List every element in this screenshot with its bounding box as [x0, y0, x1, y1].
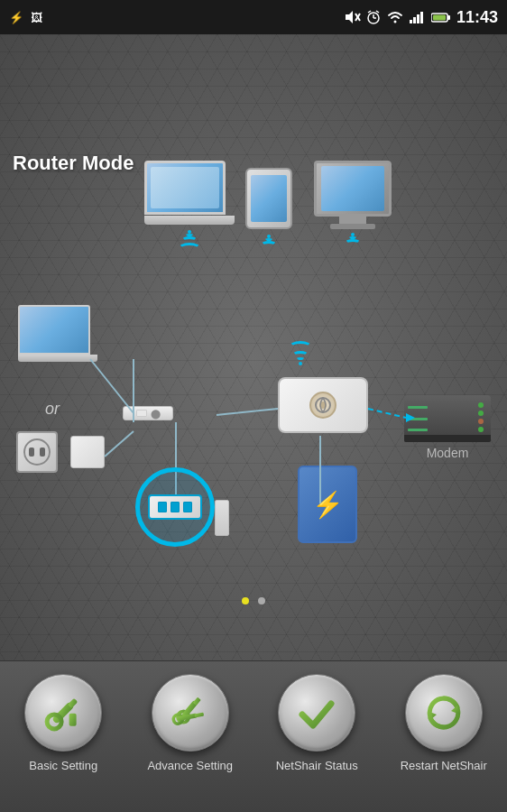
- battery-icon: [431, 12, 451, 23]
- svg-line-6: [376, 11, 379, 13]
- svg-rect-34: [194, 713, 204, 718]
- basic-setting-item[interactable]: Basic Setting: [14, 674, 113, 772]
- checkmark-icon: [295, 691, 338, 734]
- usb-plug-left: ⬤: [123, 406, 173, 420]
- diagram-area: or ⬤: [0, 88, 507, 612]
- signal-icon: [410, 11, 426, 23]
- power-outlet: [16, 431, 58, 473]
- svg-rect-13: [447, 15, 450, 20]
- alarm-icon: [366, 10, 381, 24]
- svg-rect-10: [417, 14, 419, 23]
- restart-icon: [422, 691, 466, 734]
- page-indicators: [242, 597, 265, 604]
- basic-setting-button[interactable]: [24, 674, 102, 752]
- netshair-status-item[interactable]: NetShair Status: [267, 674, 366, 772]
- svg-rect-8: [410, 20, 412, 23]
- svg-line-18: [368, 409, 406, 418]
- advance-setting-label: Advance Setting: [147, 759, 233, 772]
- usb-adapter: [70, 436, 105, 468]
- thunderbolt-device: ⚡: [298, 466, 357, 543]
- bottom-toolbar: Basic Setting: [0, 660, 507, 812]
- page-dot-2: [258, 597, 265, 604]
- basic-setting-label: Basic Setting: [29, 759, 97, 772]
- wifi-icon: [386, 10, 404, 24]
- modem-label: Modem: [404, 446, 491, 460]
- svg-rect-28: [69, 714, 77, 726]
- top-laptop: [144, 161, 235, 253]
- top-tablet: [245, 168, 292, 247]
- image-icon: 🖼: [31, 12, 42, 23]
- or-label: or: [45, 400, 60, 419]
- netshair-status-label: NetShair Status: [276, 759, 358, 772]
- modem-device: Modem: [404, 395, 491, 460]
- netshair-status-button[interactable]: [278, 674, 355, 752]
- page-dot-1: [242, 597, 249, 604]
- status-bar: ⚡ 🖼: [0, 0, 507, 34]
- mute-icon: [345, 10, 361, 24]
- wrench-icon: [41, 691, 85, 734]
- svg-rect-14: [433, 14, 446, 20]
- svg-line-5: [368, 11, 371, 13]
- netshair-device: [278, 377, 368, 433]
- double-wrench-icon: [169, 691, 212, 734]
- usb-icon: ⚡: [9, 12, 23, 23]
- usb-plug-right: [215, 500, 229, 536]
- svg-line-17: [217, 409, 278, 415]
- svg-point-7: [393, 21, 396, 23]
- restart-netshair-label: Restart NetShair: [401, 759, 487, 772]
- left-laptop: [18, 305, 97, 362]
- svg-rect-9: [413, 17, 416, 23]
- usb-highlighted-circle: [135, 467, 215, 547]
- advance-setting-item[interactable]: Advance Setting: [141, 674, 240, 772]
- restart-netshair-item[interactable]: Restart NetShair: [394, 674, 493, 772]
- main-content: Router Mode: [0, 34, 507, 686]
- svg-rect-11: [420, 12, 423, 23]
- status-time: 11:43: [456, 8, 498, 27]
- netshair-logo: [309, 392, 336, 419]
- advance-setting-button[interactable]: [152, 674, 229, 752]
- restart-netshair-button[interactable]: [405, 674, 483, 752]
- svg-line-15: [90, 359, 134, 413]
- top-monitor: [314, 161, 392, 245]
- svg-line-16: [105, 431, 134, 457]
- wifi-above-netshair: [289, 341, 312, 365]
